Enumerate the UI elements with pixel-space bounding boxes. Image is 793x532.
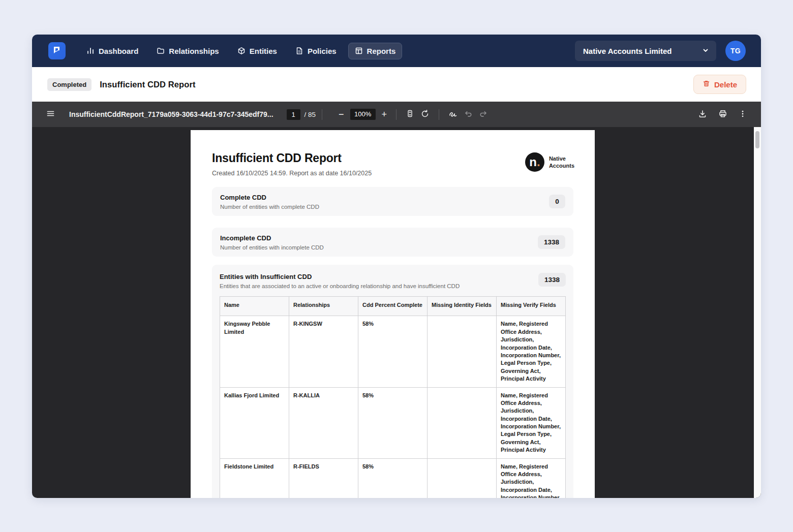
delete-button[interactable]: Delete (693, 75, 746, 94)
pen-squiggle-icon (448, 109, 458, 120)
page-number-input[interactable] (287, 109, 300, 120)
nav-label: Relationships (169, 47, 219, 55)
brand-name-line2: Accounts (549, 162, 574, 169)
brand-name-line1: Native (549, 155, 574, 162)
column-header-missing-verify: Missing Verify Fields (497, 297, 566, 316)
trash-icon (703, 80, 710, 89)
download-icon (698, 109, 707, 120)
nav-label: Entities (250, 47, 277, 55)
page-navigation: / 85 (287, 109, 316, 120)
table-icon (355, 47, 363, 55)
card-title: Entities with Insufficient CDD (220, 273, 460, 280)
summary-card-incomplete-cdd: Incomplete CDD Number of entities with i… (212, 228, 573, 257)
logo-letter: n (529, 156, 537, 168)
card-title: Incomplete CDD (220, 234, 324, 242)
card-title: Complete CDD (220, 194, 319, 201)
toolbar-divider (322, 109, 322, 120)
card-subtitle: Number of entities with complete CDD (220, 204, 319, 210)
hamburger-icon (46, 109, 55, 119)
column-header-relationships: Relationships (289, 297, 358, 316)
scrollbar-thumb[interactable] (755, 131, 759, 148)
nav-label: Dashboard (99, 47, 138, 55)
document-created-line: Created 16/10/2025 14:59. Report as at d… (212, 170, 573, 177)
table-row: Kallias Fjord Limited R-KALLIA 58% Name,… (220, 387, 566, 458)
zoom-out-button[interactable]: − (336, 106, 347, 123)
undo-icon (464, 109, 473, 119)
app-logo[interactable] (48, 42, 66, 59)
pdf-toolbar: InsufficientCddReport_7179a059-3063-44d1… (32, 102, 761, 127)
app-window: Dashboard Relationships Entities Policie… (32, 35, 761, 498)
count-badge: 1338 (538, 273, 566, 287)
zoom-in-button[interactable]: + (379, 106, 390, 123)
avatar-initials: TG (730, 47, 741, 55)
folder-icon (157, 47, 165, 55)
print-button[interactable] (715, 106, 730, 123)
print-icon (718, 109, 727, 120)
rotate-icon (420, 109, 430, 120)
cell-cdd-percent: 58% (358, 458, 428, 498)
nav-item-reports[interactable]: Reports (348, 43, 403, 59)
native-accounts-logo: n. Native Accounts (525, 152, 574, 172)
nav-item-dashboard[interactable]: Dashboard (80, 43, 145, 59)
cell-name: Kallias Fjord Limited (220, 387, 289, 458)
cell-missing-verify: Name, Registered Office Address, Jurisdi… (497, 458, 566, 498)
card-header: Entities with Insufficient CDD Entities … (220, 273, 566, 289)
report-header: Completed Insufficient CDD Report Delete (32, 67, 761, 102)
cell-name: Kingsway Pebble Limited (220, 316, 289, 387)
logo-dot: . (537, 156, 540, 168)
org-selector-dropdown[interactable]: Native Accounts Limited (575, 41, 716, 61)
status-badge: Completed (47, 78, 92, 91)
cell-relationships: R-KINGSW (289, 316, 358, 387)
chevron-down-icon (702, 47, 709, 55)
count-badge: 1338 (538, 235, 565, 249)
cell-relationships: R-KALLIA (289, 387, 358, 458)
undo-button[interactable] (461, 106, 476, 122)
navbar-right: Native Accounts Limited TG (575, 41, 746, 61)
download-button[interactable] (695, 106, 710, 123)
top-navbar: Dashboard Relationships Entities Policie… (32, 35, 761, 67)
document-title: Insufficient CDD Report (212, 151, 573, 165)
brand-logo-icon (52, 45, 62, 57)
cell-missing-verify: Name, Registered Office Address, Jurisdi… (497, 316, 566, 387)
card-text: Complete CDD Number of entities with com… (220, 194, 319, 210)
rotate-button[interactable] (417, 106, 433, 123)
count-badge: 0 (549, 195, 565, 208)
redo-icon (479, 109, 487, 119)
pdf-canvas: Insufficient CDD Report Created 16/10/20… (32, 127, 761, 498)
column-header-cdd-percent: Cdd Percent Complete (358, 297, 428, 316)
redo-button[interactable] (476, 106, 491, 122)
pdf-scrollbar[interactable] (754, 127, 761, 498)
cell-missing-identity (428, 458, 497, 498)
delete-button-label: Delete (714, 80, 737, 89)
sidebar-menu-button[interactable] (43, 106, 58, 122)
page-total: / 85 (304, 111, 316, 118)
cell-missing-identity (428, 316, 497, 387)
fit-page-button[interactable] (403, 106, 417, 122)
nav-item-entities[interactable]: Entities (231, 43, 284, 59)
kebab-menu-icon (739, 110, 747, 119)
table-row: Fieldstone Limited R-FIELDS 58% Name, Re… (220, 458, 566, 498)
main-nav: Dashboard Relationships Entities Policie… (80, 43, 402, 59)
cell-name: Fieldstone Limited (220, 458, 289, 498)
nav-item-relationships[interactable]: Relationships (150, 43, 225, 59)
bar-chart-icon (86, 47, 95, 55)
toolbar-right-actions (695, 106, 750, 123)
cell-relationships: R-FIELDS (289, 458, 358, 498)
nav-item-policies[interactable]: Policies (289, 43, 343, 59)
column-header-missing-identity: Missing Identity Fields (428, 297, 497, 316)
cell-missing-identity (428, 387, 497, 458)
native-accounts-logo-icon: n. (525, 152, 544, 172)
table-header-row: Name Relationships Cdd Percent Complete … (220, 297, 566, 316)
annotate-button[interactable] (445, 106, 461, 123)
zoom-level[interactable]: 100% (350, 109, 376, 120)
cube-icon (237, 47, 246, 55)
user-avatar[interactable]: TG (725, 41, 746, 61)
brand-name: Native Accounts (549, 155, 574, 170)
more-options-button[interactable] (736, 107, 750, 122)
cell-cdd-percent: 58% (358, 316, 428, 387)
insufficient-cdd-table: Name Relationships Cdd Percent Complete … (220, 296, 566, 498)
zoom-controls: − 100% + (336, 106, 390, 123)
toolbar-divider (396, 109, 396, 120)
org-selector-value: Native Accounts Limited (583, 47, 672, 55)
summary-card-complete-cdd: Complete CDD Number of entities with com… (212, 187, 573, 216)
